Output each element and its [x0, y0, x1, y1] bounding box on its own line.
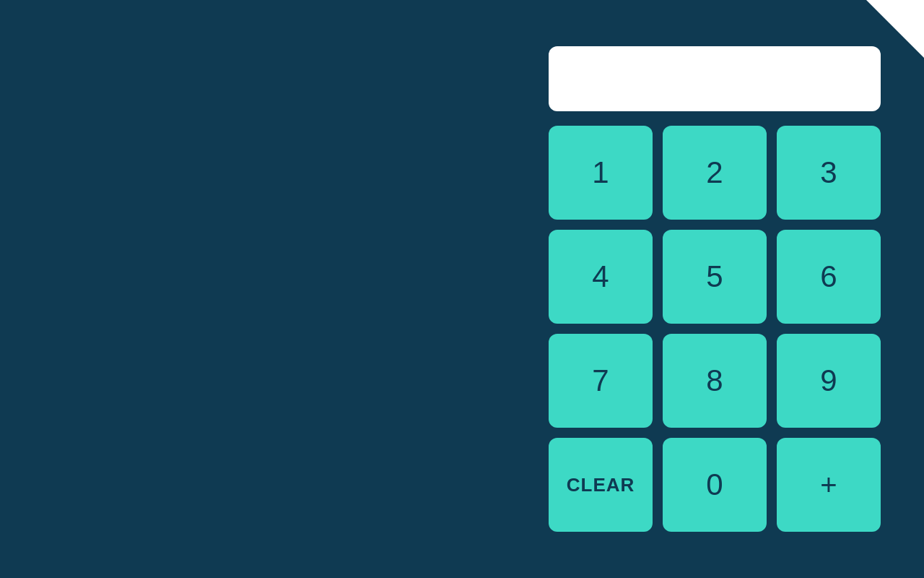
key-button-9[interactable]: 9: [777, 334, 881, 428]
phone-display: [549, 46, 881, 111]
key-button-5[interactable]: 5: [663, 230, 767, 324]
key-button-8[interactable]: 8: [663, 334, 767, 428]
keypad: 123456789CLEAR0+: [549, 126, 881, 532]
key-button-4[interactable]: 4: [549, 230, 653, 324]
main-layout: 123456789CLEAR0+: [0, 0, 924, 578]
key-button-1[interactable]: 1: [549, 126, 653, 220]
key-button-3[interactable]: 3: [777, 126, 881, 220]
page-title: [43, 242, 505, 299]
key-button-6[interactable]: 6: [777, 230, 881, 324]
right-panel: 123456789CLEAR0+: [549, 32, 881, 546]
key-button-2[interactable]: 2: [663, 126, 767, 220]
key-button-+[interactable]: +: [777, 438, 881, 532]
key-button-clear[interactable]: CLEAR: [549, 438, 653, 532]
key-button-0[interactable]: 0: [663, 438, 767, 532]
left-panel: [43, 242, 549, 335]
key-button-7[interactable]: 7: [549, 334, 653, 428]
